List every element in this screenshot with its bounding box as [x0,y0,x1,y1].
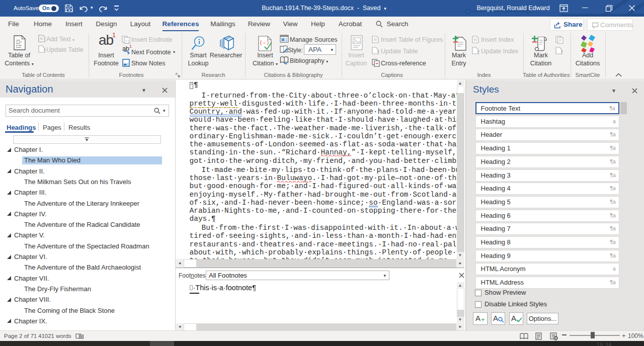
svg-text:(–): (–) [260,40,270,46]
svg-text:[:]: [:] [126,39,129,43]
